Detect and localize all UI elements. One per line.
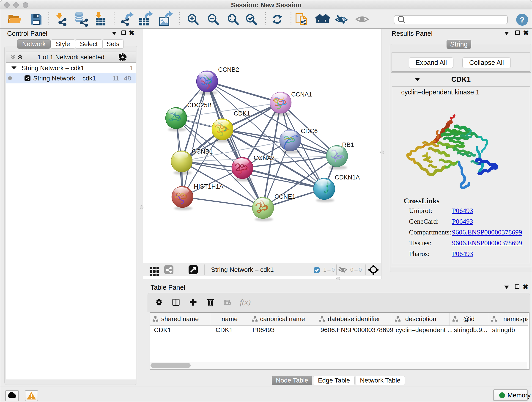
svg-text:1 – 0: 1 – 0 (323, 267, 335, 273)
svg-text:CCNB2: CCNB2 (218, 66, 239, 73)
svg-text:CCNA1: CCNA1 (291, 91, 312, 98)
svg-text:CCNE1: CCNE1 (274, 193, 296, 200)
svg-text:RB1: RB1 (342, 141, 354, 148)
svg-text:CCNA2: CCNA2 (254, 154, 275, 161)
svg-text:CCNB1: CCNB1 (192, 148, 213, 155)
svg-text:CDKN1A: CDKN1A (335, 174, 360, 181)
svg-text:0 – 0: 0 – 0 (350, 267, 362, 273)
svg-text:CDC25B: CDC25B (187, 102, 212, 109)
svg-text:HIST1H1A: HIST1H1A (194, 183, 223, 190)
svg-text:CDC6: CDC6 (301, 128, 318, 134)
svg-text:String Network – cdk1: String Network – cdk1 (211, 266, 274, 273)
svg-text:CDK1: CDK1 (234, 110, 250, 117)
svg-text:f(x): f(x) (240, 298, 251, 307)
svg-text:?: ? (520, 15, 525, 24)
